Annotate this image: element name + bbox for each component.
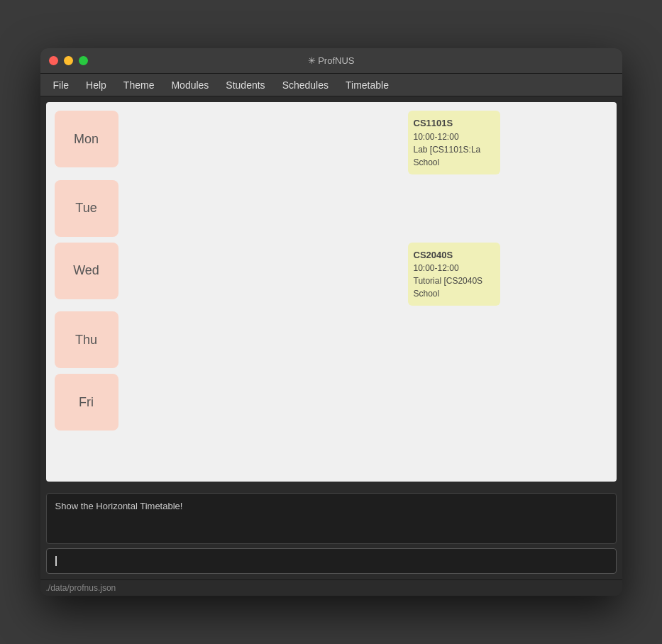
menu-item-timetable[interactable]: Timetable bbox=[338, 77, 396, 94]
day-content-mon: CS1101S 10:00-12:00 Lab [CS1101S:La Scho… bbox=[124, 111, 608, 174]
status-path: ./data/profnus.json bbox=[46, 583, 116, 593]
menu-item-modules[interactable]: Modules bbox=[164, 77, 216, 94]
menubar: FileHelpThemeModulesStudentsSchedulesTim… bbox=[40, 74, 622, 96]
close-button[interactable] bbox=[49, 56, 58, 65]
minimize-button[interactable] bbox=[64, 56, 73, 65]
input-box[interactable] bbox=[46, 548, 617, 574]
title-bar: ✳ ProfNUS bbox=[40, 48, 622, 74]
main-window: ✳ ProfNUS FileHelpThemeModulesStudentsSc… bbox=[40, 48, 622, 596]
output-box: Show the Horizontal Timetable! bbox=[46, 493, 617, 544]
menu-item-schedules[interactable]: Schedules bbox=[275, 77, 336, 94]
maximize-button[interactable] bbox=[79, 56, 88, 65]
event-type: Tutorial [CS2040S bbox=[414, 274, 495, 287]
day-row-fri: Fri bbox=[55, 374, 608, 431]
menu-item-students[interactable]: Students bbox=[219, 77, 272, 94]
event-location: School bbox=[414, 287, 495, 300]
traffic-lights bbox=[49, 56, 88, 65]
event-time: 10:00-12:00 bbox=[414, 262, 495, 274]
window-title: ✳ ProfNUS bbox=[308, 55, 355, 66]
day-label-thu: Thu bbox=[55, 311, 118, 368]
output-text: Show the Horizontal Timetable! bbox=[55, 501, 183, 511]
status-bar: ./data/profnus.json bbox=[40, 579, 622, 596]
day-row-wed: Wed CS2040S 10:00-12:00 Tutorial [CS2040… bbox=[55, 243, 608, 306]
day-content-wed: CS2040S 10:00-12:00 Tutorial [CS2040S Sc… bbox=[124, 243, 608, 306]
event-location: School bbox=[414, 156, 495, 169]
day-row-thu: Thu bbox=[55, 311, 608, 368]
input-cursor bbox=[55, 556, 57, 566]
day-row-mon: Mon CS1101S 10:00-12:00 Lab [CS1101S:La … bbox=[55, 111, 608, 174]
day-label-mon: Mon bbox=[55, 111, 118, 167]
day-label-wed: Wed bbox=[55, 243, 118, 299]
day-label-tue: Tue bbox=[55, 180, 118, 237]
event-title: CS1101S bbox=[414, 116, 495, 131]
menu-item-file[interactable]: File bbox=[46, 77, 77, 94]
bottom-section: Show the Horizontal Timetable! bbox=[40, 487, 622, 579]
day-row-tue: Tue bbox=[55, 180, 608, 237]
day-label-fri: Fri bbox=[55, 374, 118, 431]
event-time: 10:00-12:00 bbox=[414, 131, 495, 143]
menu-item-theme[interactable]: Theme bbox=[116, 77, 162, 94]
menu-item-help[interactable]: Help bbox=[79, 77, 114, 94]
content-area: Mon CS1101S 10:00-12:00 Lab [CS1101S:La … bbox=[40, 96, 622, 487]
event-title: CS2040S bbox=[414, 248, 495, 262]
timetable-scroll[interactable]: Mon CS1101S 10:00-12:00 Lab [CS1101S:La … bbox=[46, 102, 617, 482]
event-card-mon-0[interactable]: CS1101S 10:00-12:00 Lab [CS1101S:La Scho… bbox=[408, 111, 500, 174]
event-card-wed-0[interactable]: CS2040S 10:00-12:00 Tutorial [CS2040S Sc… bbox=[408, 243, 500, 306]
event-type: Lab [CS1101S:La bbox=[414, 143, 495, 156]
timetable-container: Mon CS1101S 10:00-12:00 Lab [CS1101S:La … bbox=[46, 102, 617, 482]
